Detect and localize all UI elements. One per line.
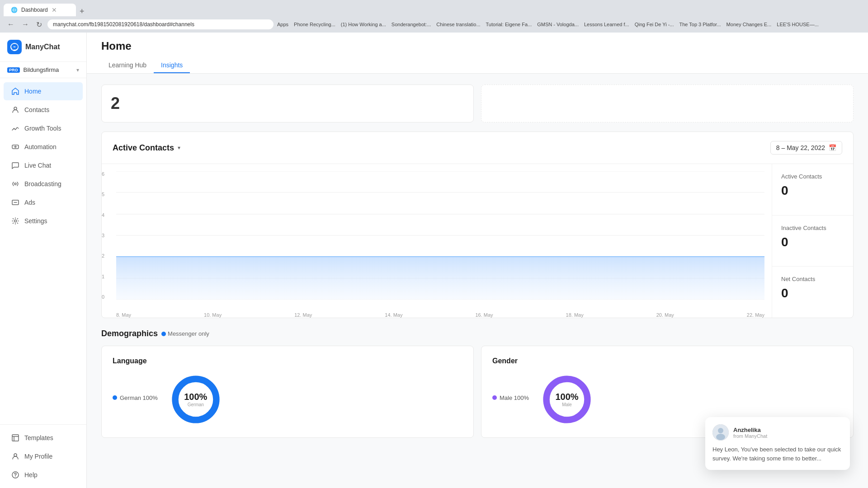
bookmark-9[interactable]: The Top 3 Platfor... — [679, 22, 721, 27]
templates-icon — [11, 433, 20, 442]
logo-text: ManyChat — [25, 43, 60, 51]
stat-inactive-contacts-label: Inactive Contacts — [781, 225, 844, 231]
chat-widget[interactable]: Anzhelika from ManyChat Hey Leon, You've… — [705, 417, 850, 470]
date-picker[interactable]: 8 – May 22, 2022 📅 — [770, 141, 842, 155]
legend-label-male: Male 100% — [500, 394, 529, 401]
bookmark-8[interactable]: Qing Fei De Yi -... — [635, 22, 674, 27]
workspace-selector[interactable]: PRO Bildungsfirma ▾ — [0, 62, 86, 78]
sidebar-item-templates-label: Templates — [24, 434, 53, 441]
settings-icon — [11, 216, 20, 225]
chat-widget-header: Anzhelika from ManyChat — [712, 424, 843, 441]
sidebar-item-home[interactable]: Home — [4, 82, 83, 100]
y-label-6: 6 — [102, 171, 113, 177]
tab-learning-hub[interactable]: Learning Hub — [101, 58, 154, 73]
main-header: Home Learning Hub Insights — [87, 33, 868, 74]
tab-close-btn[interactable]: ✕ — [52, 6, 57, 14]
sidebar-item-growth-tools-label: Growth Tools — [24, 125, 61, 132]
svg-point-7 — [14, 454, 17, 456]
sidebar-item-my-profile[interactable]: My Profile — [4, 447, 83, 465]
sidebar-item-growth-tools[interactable]: Growth Tools — [4, 119, 83, 137]
y-label-3: 3 — [102, 233, 113, 238]
demographics-title: Demographics — [101, 329, 158, 338]
svg-point-3 — [14, 183, 16, 185]
sidebar-item-help[interactable]: Help — [4, 466, 83, 484]
bookmark-7[interactable]: Lessons Learned f... — [584, 22, 629, 27]
growth-tools-icon — [11, 124, 20, 133]
language-card: Language German 100% — [101, 346, 474, 438]
sidebar-item-automation[interactable]: Automation — [4, 138, 83, 156]
bookmark-apps[interactable]: Apps — [277, 22, 288, 27]
sidebar-item-my-profile-label: My Profile — [24, 453, 52, 460]
browser-tab[interactable]: 🌐 Dashboard ✕ — [4, 4, 76, 16]
header-tabs: Learning Hub Insights — [101, 58, 854, 73]
forward-btn[interactable]: → — [20, 19, 31, 29]
stats-panel: Active Contacts 0 Inactive Contacts 0 Ne… — [772, 164, 853, 318]
svg-marker-17 — [116, 257, 764, 300]
bookmark-6[interactable]: GMSN - Vologda... — [537, 22, 579, 27]
nav-items: Home Contacts Growth To — [0, 78, 86, 424]
tab-insights[interactable]: Insights — [154, 58, 190, 73]
sidebar-item-templates[interactable]: Templates — [4, 429, 83, 447]
x-label-6: 20. May — [656, 312, 674, 318]
messenger-badge-text: Messenger only — [168, 330, 209, 337]
refresh-btn[interactable]: ↻ — [34, 19, 44, 30]
sidebar: ManyChat PRO Bildungsfirma ▾ Home — [0, 33, 87, 488]
logo-icon — [7, 40, 22, 54]
stat-active-contacts-value: 0 — [781, 183, 844, 198]
sidebar-item-broadcasting[interactable]: Broadcasting — [4, 175, 83, 193]
y-label-5: 5 — [102, 192, 113, 197]
chart-y-labels: 6 5 4 3 2 1 0 — [102, 171, 113, 300]
active-contacts-section: Active Contacts ▾ 8 – May 22, 2022 📅 6 5… — [101, 131, 854, 318]
sidebar-item-contacts[interactable]: Contacts — [4, 101, 83, 119]
sidebar-item-home-label: Home — [24, 88, 41, 95]
bookmark-5[interactable]: Tutorial: Eigene Fa... — [486, 22, 532, 27]
chart-x-labels: 8. May 10. May 12. May 14. May 16. May 1… — [116, 312, 764, 318]
gender-legend: Male 100% — [492, 394, 529, 405]
sidebar-item-live-chat[interactable]: Live Chat — [4, 156, 83, 174]
bookmark-10[interactable]: Money Changes E... — [726, 22, 772, 27]
workspace-chevron-icon: ▾ — [76, 67, 79, 73]
legend-dot-german — [113, 395, 117, 400]
language-card-title: Language — [113, 357, 462, 365]
sidebar-item-settings[interactable]: Settings — [4, 212, 83, 230]
stat-net-contacts-value: 0 — [781, 286, 844, 300]
x-label-1: 10. May — [204, 312, 222, 318]
bookmark-2[interactable]: (1) How Working a... — [341, 22, 386, 27]
stat-active-contacts-label: Active Contacts — [781, 173, 844, 180]
sidebar-item-help-label: Help — [24, 471, 38, 479]
active-contacts-dropdown-chevron-icon[interactable]: ▾ — [178, 145, 180, 151]
bookmark-4[interactable]: Chinese translatio... — [436, 22, 480, 27]
bookmark-11[interactable]: LEE'S HOUSE—... — [777, 22, 819, 27]
language-donut-center: 100% German — [184, 392, 207, 407]
chat-avatar — [712, 424, 729, 441]
messenger-badge: Messenger only — [161, 330, 209, 337]
browser-chrome: 🌐 Dashboard ✕ + ← → ↻ manychat.com/fb198… — [0, 0, 868, 33]
svg-rect-6 — [12, 435, 19, 441]
stat-net-contacts-label: Net Contacts — [781, 276, 844, 282]
language-card-content: German 100% 100% German — [113, 372, 462, 427]
new-tab-btn[interactable]: + — [80, 7, 85, 16]
x-label-0: 8. May — [116, 312, 131, 318]
chat-agent-name: Anzhelika — [733, 427, 767, 433]
bookmarks-bar: Apps Phone Recycling... (1) How Working … — [277, 22, 819, 27]
chat-agent-info: Anzhelika from ManyChat — [733, 427, 767, 439]
bookmark-1[interactable]: Phone Recycling... — [294, 22, 335, 27]
stat-net-contacts: Net Contacts 0 — [772, 267, 853, 318]
ads-icon — [11, 198, 20, 207]
svg-point-9 — [15, 476, 16, 477]
url-input[interactable]: manychat.com/fb198150208192061​8/dashboa… — [47, 19, 274, 29]
sidebar-item-ads[interactable]: Ads — [4, 193, 83, 211]
bookmark-3[interactable]: Sonderangebot:... — [392, 22, 431, 27]
chat-message-text: Hey Leon, You've been selected to take o… — [712, 445, 843, 463]
legend-item-german: German 100% — [113, 394, 158, 401]
date-range-text: 8 – May 22, 2022 — [776, 144, 825, 151]
chart-svg — [116, 171, 764, 300]
gender-donut-center: 100% Male — [555, 392, 578, 407]
home-icon — [11, 87, 20, 96]
back-btn[interactable]: ← — [5, 19, 16, 29]
svg-point-25 — [716, 434, 725, 440]
sidebar-item-broadcasting-label: Broadcasting — [24, 180, 61, 188]
top-card-0: 2 — [101, 84, 474, 122]
chart-stats-container: 6 5 4 3 2 1 0 — [102, 164, 853, 318]
svg-point-1 — [14, 107, 17, 110]
